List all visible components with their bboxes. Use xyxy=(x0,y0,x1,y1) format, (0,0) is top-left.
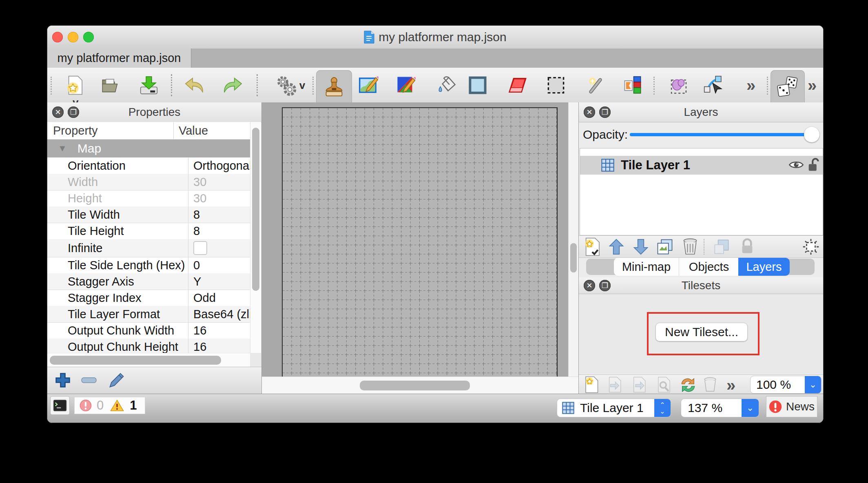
lower-layer-button[interactable] xyxy=(633,239,649,255)
float-panel-icon[interactable]: ❐ xyxy=(599,280,611,291)
layers-panel-titlebar: Layers xyxy=(579,102,823,122)
chevron-down-icon[interactable]: ⌄ xyxy=(742,399,759,417)
add-property-button[interactable] xyxy=(55,372,71,388)
property-row-tile-layer-format[interactable]: Tile Layer FormatBase64 (zlib compressed… xyxy=(47,306,250,323)
refresh-icon xyxy=(680,377,696,393)
property-row-tile-height[interactable]: Tile Height8 xyxy=(47,223,250,239)
new-file-button[interactable]: v xyxy=(64,73,86,97)
stamp-brush-button[interactable] xyxy=(316,70,352,104)
property-row-output-chunk-height[interactable]: Output Chunk Height16 xyxy=(47,339,250,353)
layer-list: Tile Layer 1 xyxy=(580,148,823,235)
properties-vscrollbar[interactable] xyxy=(250,122,261,353)
eraser-button[interactable] xyxy=(507,73,528,97)
save-button[interactable] xyxy=(138,73,159,97)
opacity-slider-handle[interactable] xyxy=(804,127,819,142)
property-row-tile-width[interactable]: Tile Width8 xyxy=(47,206,250,223)
right-dock: Layers ✕ ❐ Opacity: Tile Layer 1 xyxy=(579,102,823,394)
close-panel-icon[interactable]: ✕ xyxy=(52,106,64,118)
properties-toolbar xyxy=(47,367,261,394)
toolbar-overflow-button-2[interactable]: » xyxy=(802,73,823,97)
copy-layer-button-disabled xyxy=(713,239,730,255)
remove-layer-button[interactable] xyxy=(683,238,698,256)
edit-tileset-button-disabled xyxy=(656,377,672,393)
float-panel-icon[interactable]: ❐ xyxy=(599,106,611,118)
new-tileset-button[interactable]: New Tileset... xyxy=(655,323,748,341)
layer-unlock-icon[interactable] xyxy=(808,158,820,173)
layer-row-tile-layer-1[interactable]: Tile Layer 1 xyxy=(580,156,823,175)
property-row-tile-side-length[interactable]: Tile Side Length (Hex)0 xyxy=(47,257,250,274)
tileset-zoom-value: 100 % xyxy=(756,378,791,392)
scrollbar-thumb[interactable] xyxy=(360,381,470,390)
tab-mini-map[interactable]: Mini-map xyxy=(614,258,679,276)
terrain-brush-button[interactable] xyxy=(358,73,379,97)
new-tileset-toolbar-button[interactable] xyxy=(584,376,599,393)
float-panel-icon[interactable]: ❐ xyxy=(68,106,79,118)
open-file-button[interactable] xyxy=(100,73,121,97)
same-tile-select-button[interactable] xyxy=(622,73,643,97)
select-objects-button[interactable] xyxy=(668,73,689,97)
bucket-fill-button[interactable] xyxy=(436,73,457,97)
updown-spinner-icon[interactable]: ⌃⌃ xyxy=(654,399,671,417)
undo-button[interactable] xyxy=(184,73,205,97)
terrain-brush-icon xyxy=(359,75,379,95)
property-row-stagger-index[interactable]: Stagger IndexOdd xyxy=(47,290,250,306)
current-layer-value: Tile Layer 1 xyxy=(580,401,644,415)
warning-icon xyxy=(110,399,124,412)
property-row-infinite[interactable]: Infinite xyxy=(47,239,250,257)
infinite-checkbox[interactable] xyxy=(193,241,207,255)
open-file-icon xyxy=(101,77,120,94)
random-mode-button[interactable] xyxy=(771,70,805,104)
news-button[interactable]: News xyxy=(766,396,817,417)
console-button[interactable] xyxy=(50,396,70,415)
canvas-hscrollbar[interactable] xyxy=(262,377,578,394)
raise-layer-button[interactable] xyxy=(608,239,624,255)
close-panel-icon[interactable]: ✕ xyxy=(584,106,595,118)
map-group-row[interactable]: ▼ Map xyxy=(47,140,250,157)
redo-button[interactable] xyxy=(222,73,244,97)
opacity-slider-track[interactable] xyxy=(630,133,814,136)
current-layer-combo[interactable]: Tile Layer 1 ⌃⌃ xyxy=(557,399,671,417)
remove-property-button[interactable] xyxy=(81,377,97,383)
rect-select-button[interactable] xyxy=(545,73,567,97)
issues-counter[interactable]: 0 1 xyxy=(74,397,145,414)
zoom-combo[interactable]: 137 % ⌄ xyxy=(681,399,759,417)
property-row-stagger-axis[interactable]: Stagger AxisY xyxy=(47,273,250,290)
tab-layers[interactable]: Layers xyxy=(738,258,790,276)
tile-layer-icon xyxy=(562,402,574,414)
toolbar-overflow-button[interactable]: » xyxy=(740,73,762,97)
column-header-value[interactable]: Value xyxy=(173,122,235,139)
tab-objects[interactable]: Objects xyxy=(679,258,739,276)
shape-fill-button[interactable] xyxy=(467,73,488,97)
scrollbar-thumb[interactable] xyxy=(252,128,259,291)
tab-my-platformer-map[interactable]: my platformer map.json xyxy=(47,49,191,68)
close-panel-icon[interactable]: ✕ xyxy=(584,280,595,291)
magic-wand-button[interactable] xyxy=(585,73,607,97)
map-grid[interactable] xyxy=(282,107,558,377)
property-row-orientation[interactable]: OrientationOrthogonal xyxy=(47,157,250,174)
trash-icon xyxy=(704,377,717,392)
map-canvas[interactable] xyxy=(262,102,579,394)
canvas-vscrollbar[interactable] xyxy=(568,102,578,377)
duplicate-layer-button[interactable] xyxy=(656,238,673,255)
reload-tileset-button[interactable] xyxy=(680,377,696,393)
layer-visibility-eye-icon[interactable] xyxy=(789,160,804,170)
collapse-triangle-icon[interactable]: ▼ xyxy=(58,143,67,154)
main-toolbar: v v xyxy=(47,68,823,103)
tileset-zoom-combo[interactable]: 100 % ⌄ xyxy=(750,376,822,394)
new-layer-button[interactable] xyxy=(584,237,601,256)
status-bar: 0 1 Tile Layer 1 ⌃⌃ 137 % ⌄ News xyxy=(47,394,823,423)
edit-polygons-button[interactable] xyxy=(703,73,724,97)
edit-property-button[interactable] xyxy=(108,371,126,389)
window-title: my platformer map.json xyxy=(47,26,823,49)
tileset-toolbar-overflow-button[interactable]: » xyxy=(726,377,735,393)
property-row-output-chunk-width[interactable]: Output Chunk Width16 xyxy=(47,322,250,339)
scrollbar-thumb[interactable] xyxy=(50,356,221,365)
properties-hscrollbar[interactable] xyxy=(47,353,250,367)
commands-button[interactable]: v xyxy=(272,73,309,97)
column-header-property[interactable]: Property xyxy=(47,124,173,137)
scrollbar-thumb[interactable] xyxy=(570,243,577,273)
chevron-down-icon[interactable]: ⌄ xyxy=(805,376,821,393)
bucket-brush-button[interactable] xyxy=(395,73,416,97)
highlight-layer-button[interactable] xyxy=(802,238,819,255)
toolbar-separator xyxy=(257,74,258,96)
